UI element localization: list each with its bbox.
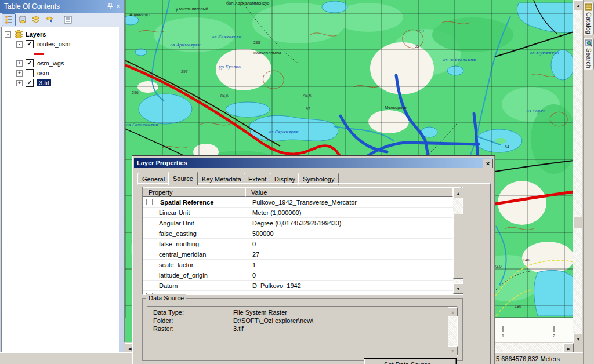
set-data-source-label: Set Data Source...	[384, 361, 436, 364]
tab-label: Display	[274, 176, 295, 183]
expander-icon[interactable]: -	[16, 41, 23, 48]
ds-field-name: Raster:	[153, 325, 173, 332]
search-tab-label: Search	[585, 48, 592, 68]
close-icon[interactable]: ×	[114, 2, 122, 10]
map-label: ур.Куолка	[219, 65, 241, 70]
tree-node-routes-osm[interactable]: - ✓ routes_osm	[16, 39, 70, 49]
expander-icon[interactable]: -	[146, 199, 153, 205]
grid-row: central_meridian27	[143, 249, 463, 260]
property-value: Meter (1,000000)	[245, 209, 463, 216]
table-of-contents-panel: Table Of Contents × - Layers - ✓	[0, 0, 124, 355]
ds-field-value: File System Raster	[233, 309, 287, 316]
grid-row: scale_factor1	[143, 260, 463, 270]
search-tab[interactable]: Search	[584, 38, 594, 70]
map-label: 99	[415, 44, 419, 49]
property-name: Angular Unit	[159, 220, 194, 227]
column-header-property[interactable]: Property	[143, 187, 245, 197]
toc-toolbar	[0, 13, 124, 27]
toc-tree: - Layers - ✓ routes_osm + ✓ osm_wgs + os…	[1, 27, 119, 355]
tab-label: Source	[173, 175, 193, 182]
tree-node-osm[interactable]: + osm	[16, 68, 49, 78]
tree-node-osm-wgs[interactable]: + ✓ osm_wgs	[16, 59, 64, 68]
tree-node-layers[interactable]: - Layers	[5, 30, 46, 39]
grid-row: -Spatial ReferencePulkovo_1942_Transvers…	[143, 197, 463, 208]
list-by-source-button[interactable]	[16, 14, 29, 26]
tab-source[interactable]: Source	[168, 172, 198, 185]
grid-row: +Statistics	[143, 291, 463, 295]
map-vscroll-thumb[interactable]	[573, 217, 584, 228]
column-header-value[interactable]: Value	[245, 187, 452, 197]
property-value: 0	[245, 272, 463, 279]
scroll-up-icon[interactable]: ▲	[453, 188, 463, 198]
scroll-down-icon[interactable]: ▼	[448, 346, 458, 355]
property-value: 500000	[245, 230, 463, 237]
pin-icon[interactable]	[106, 2, 114, 10]
map-label: 92,0	[494, 264, 502, 269]
map-label: 97,0	[416, 29, 424, 34]
expander-icon[interactable]: +	[16, 70, 23, 77]
map-label: 84,6	[220, 94, 229, 99]
map-label: оз.Канкаярви	[212, 35, 241, 39]
list-by-drawing-order-button[interactable]	[2, 13, 16, 26]
routes-osm-symbol[interactable]	[34, 49, 44, 59]
map-label: 64	[505, 145, 509, 150]
layer-properties-dialog: Layer Properties × General Source Key Me…	[132, 156, 495, 364]
list-by-selection-button[interactable]	[43, 14, 56, 26]
scroll-down-icon[interactable]: ▼	[453, 283, 463, 294]
set-data-source-button[interactable]: Set Data Source...	[364, 358, 457, 364]
layers-icon	[14, 30, 23, 38]
data-source-readout[interactable]: Data Type: File System Raster Folder: D:…	[147, 306, 458, 356]
property-name: false_northing	[159, 241, 199, 247]
ds-field-name: Data Type:	[153, 309, 184, 316]
grid-scroll-thumb[interactable]	[453, 214, 463, 279]
property-grid[interactable]: Property Value -Spatial ReferencePulkovo…	[142, 187, 463, 295]
data-source-group: Data Source Data Type: File System Raste…	[142, 298, 463, 361]
checkbox-checked-icon[interactable]: ✓	[26, 40, 34, 48]
grid-row: DatumD_Pulkovo_1942	[143, 281, 463, 291]
scroll-up-icon[interactable]: ▲	[448, 307, 458, 316]
catalog-icon	[585, 3, 592, 11]
map-label: оз.Сяркиярви	[269, 130, 298, 134]
property-name: Linear Unit	[159, 209, 190, 216]
red-line-symbol	[34, 53, 44, 55]
expander-icon[interactable]: -	[5, 31, 11, 38]
tab-label: Key Metadata	[202, 176, 241, 183]
property-value: D_Pulkovo_1942	[245, 282, 463, 289]
tree-node-label: Layers	[26, 31, 46, 38]
property-name: Datum	[159, 282, 178, 289]
ds-scrollbar[interactable]: ▲ ▼	[448, 307, 457, 355]
tree-node-3tif[interactable]: + ✓ 3.tif	[16, 78, 51, 88]
scroll-down-icon[interactable]: ▼	[573, 334, 584, 344]
toc-titlebar[interactable]: Table Of Contents	[0, 0, 124, 13]
expander-icon[interactable]: +	[16, 60, 23, 67]
map-label: оз.Лайкалампи	[443, 58, 476, 63]
checkbox-unchecked-icon[interactable]	[26, 69, 34, 77]
options-button[interactable]	[61, 14, 74, 26]
toolbar-separator	[59, 14, 59, 25]
property-value: 0	[245, 241, 463, 247]
catalog-tab[interactable]: Catalog	[584, 2, 594, 35]
scroll-up-icon[interactable]: ▲	[573, 0, 584, 10]
tree-node-label: osm	[37, 70, 49, 77]
expander-icon[interactable]: +	[16, 80, 23, 86]
grid-scrollbar[interactable]: ▲ ▼	[453, 198, 462, 294]
checkbox-checked-icon[interactable]: ✓	[26, 79, 34, 87]
grid-row: Linear UnitMeter (1,000000)	[143, 208, 463, 218]
property-value: Pulkovo_1942_Transverse_Mercator	[245, 199, 463, 206]
map-vscrollbar[interactable]	[573, 0, 582, 343]
property-value: 1	[245, 261, 463, 268]
map-label: 97	[306, 107, 310, 111]
grid-row: Angular UnitDegree (0,0174532925199433)	[143, 218, 463, 228]
tab-label: General	[142, 176, 165, 183]
checkbox-checked-icon[interactable]: ✓	[26, 59, 34, 67]
grid-header: Property Value	[143, 187, 463, 197]
tree-node-label-selected: 3.tif	[37, 79, 51, 86]
dialog-titlebar[interactable]: Layer Properties	[134, 158, 493, 168]
list-by-visibility-button[interactable]	[30, 14, 42, 26]
catalog-tab-label: Catalog	[585, 12, 592, 34]
ds-field-name: Folder:	[153, 317, 173, 324]
property-name: false_easting	[159, 230, 197, 237]
dialog-close-button[interactable]: ×	[483, 159, 493, 168]
data-source-group-label: Data Source	[146, 294, 186, 301]
map-label: оз.Аримаярви	[170, 43, 200, 48]
